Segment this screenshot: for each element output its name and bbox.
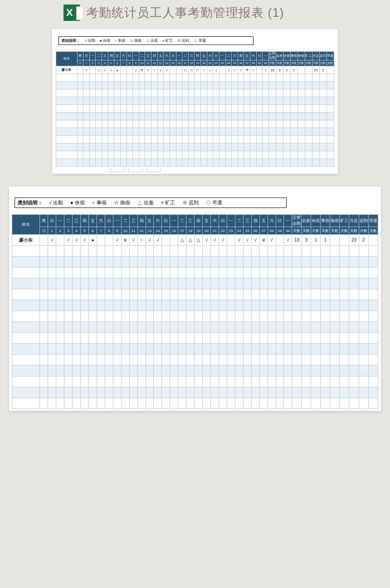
attendance-cell[interactable] — [96, 113, 102, 120]
attendance-cell[interactable] — [129, 355, 137, 366]
attendance-cell[interactable] — [276, 300, 284, 311]
attendance-cell[interactable] — [263, 151, 269, 159]
attendance-cell[interactable] — [89, 66, 96, 74]
attendance-cell[interactable] — [219, 300, 227, 311]
attendance-cell[interactable] — [213, 151, 219, 159]
attendance-cell[interactable] — [201, 151, 207, 159]
attendance-cell[interactable]: √ — [64, 235, 73, 246]
attendance-cell[interactable] — [232, 128, 238, 136]
attendance-cell[interactable] — [170, 159, 176, 167]
attendance-cell[interactable] — [225, 74, 232, 82]
attendance-cell[interactable] — [88, 267, 97, 278]
attendance-cell[interactable] — [151, 128, 158, 136]
attendance-cell[interactable] — [182, 151, 189, 159]
attendance-cell[interactable] — [243, 376, 251, 387]
attendance-cell[interactable] — [276, 289, 284, 300]
attendance-cell[interactable] — [137, 355, 146, 366]
attendance-cell[interactable] — [164, 159, 170, 167]
attendance-cell[interactable] — [81, 278, 89, 289]
attendance-cell[interactable] — [56, 311, 64, 322]
attendance-cell[interactable] — [88, 246, 97, 257]
attendance-cell[interactable] — [225, 120, 232, 128]
attendance-cell[interactable] — [81, 333, 89, 344]
attendance-cell[interactable] — [170, 128, 176, 136]
attendance-cell[interactable] — [219, 120, 225, 128]
attendance-cell[interactable] — [127, 113, 133, 120]
attendance-cell[interactable] — [64, 257, 73, 267]
attendance-cell[interactable] — [97, 333, 105, 344]
attendance-cell[interactable] — [145, 82, 151, 89]
attendance-cell[interactable] — [201, 159, 207, 167]
attendance-cell[interactable] — [170, 235, 178, 246]
attendance-cell[interactable]: √ — [207, 66, 213, 74]
attendance-cell[interactable] — [73, 246, 81, 257]
attendance-cell[interactable] — [105, 257, 113, 267]
attendance-cell[interactable] — [195, 82, 201, 89]
attendance-cell[interactable]: ● — [114, 66, 121, 74]
attendance-cell[interactable] — [211, 267, 219, 278]
attendance-cell[interactable] — [127, 136, 133, 143]
attendance-cell[interactable] — [201, 143, 207, 151]
attendance-cell[interactable] — [139, 89, 145, 97]
attendance-cell[interactable] — [176, 159, 182, 167]
attendance-cell[interactable] — [114, 74, 121, 82]
attendance-cell[interactable] — [203, 311, 211, 322]
attendance-cell[interactable] — [114, 89, 121, 97]
attendance-cell[interactable] — [203, 366, 211, 376]
attendance-cell[interactable] — [203, 387, 211, 398]
attendance-cell[interactable] — [182, 136, 189, 143]
attendance-cell[interactable] — [225, 136, 232, 143]
attendance-cell[interactable] — [146, 366, 154, 376]
attendance-cell[interactable] — [244, 113, 250, 120]
attendance-cell[interactable] — [129, 278, 137, 289]
attendance-cell[interactable] — [97, 387, 105, 398]
attendance-cell[interactable] — [170, 105, 176, 113]
attendance-cell[interactable]: √ — [284, 235, 292, 246]
attendance-cell[interactable]: ※ — [139, 66, 145, 74]
attendance-cell[interactable] — [139, 82, 145, 89]
attendance-cell[interactable] — [164, 113, 170, 120]
attendance-cell[interactable] — [211, 376, 219, 387]
attendance-cell[interactable] — [139, 120, 145, 128]
attendance-cell[interactable] — [250, 151, 257, 159]
attendance-cell[interactable] — [83, 105, 90, 113]
attendance-cell[interactable] — [48, 267, 56, 278]
attendance-cell[interactable] — [232, 74, 238, 82]
attendance-cell[interactable] — [56, 267, 64, 278]
attendance-cell[interactable] — [232, 120, 238, 128]
attendance-cell[interactable] — [88, 289, 97, 300]
attendance-cell[interactable] — [157, 151, 164, 159]
attendance-cell[interactable] — [127, 105, 133, 113]
attendance-cell[interactable] — [225, 105, 232, 113]
attendance-cell[interactable] — [195, 322, 203, 333]
attendance-cell[interactable]: √ — [225, 66, 232, 74]
attendance-cell[interactable] — [276, 246, 284, 257]
attendance-cell[interactable] — [244, 143, 250, 151]
attendance-cell[interactable] — [127, 151, 133, 159]
attendance-cell[interactable] — [195, 387, 203, 398]
attendance-cell[interactable] — [146, 398, 154, 409]
attendance-cell[interactable] — [89, 105, 96, 113]
attendance-cell[interactable] — [113, 322, 121, 333]
attendance-cell[interactable] — [113, 289, 121, 300]
attendance-cell[interactable] — [227, 344, 235, 355]
attendance-cell[interactable] — [225, 159, 232, 167]
attendance-cell[interactable] — [145, 136, 151, 143]
attendance-cell[interactable] — [178, 344, 186, 355]
attendance-cell[interactable]: √ — [164, 66, 170, 74]
attendance-cell[interactable] — [227, 289, 235, 300]
attendance-cell[interactable] — [96, 82, 102, 89]
attendance-cell[interactable] — [219, 289, 227, 300]
attendance-cell[interactable] — [195, 246, 203, 257]
attendance-cell[interactable] — [178, 278, 186, 289]
attendance-cell[interactable] — [170, 311, 178, 322]
attendance-cell[interactable] — [238, 105, 244, 113]
attendance-cell[interactable] — [188, 159, 195, 167]
attendance-cell[interactable] — [121, 376, 129, 387]
attendance-cell[interactable] — [201, 136, 207, 143]
attendance-cell[interactable] — [164, 151, 170, 159]
attendance-cell[interactable] — [170, 289, 178, 300]
attendance-cell[interactable] — [238, 82, 244, 89]
attendance-cell[interactable] — [102, 128, 108, 136]
attendance-cell[interactable] — [97, 289, 105, 300]
